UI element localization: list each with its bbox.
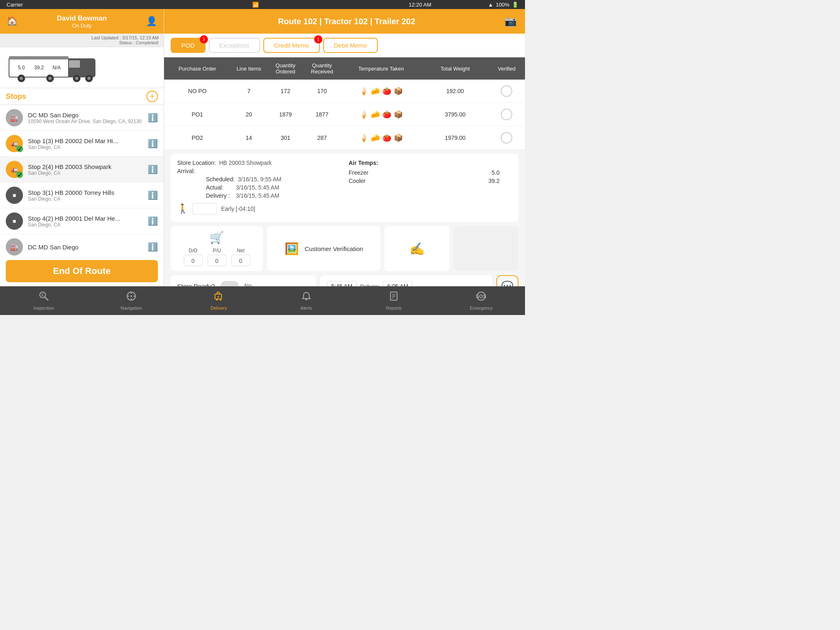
- last-updated: Last Updated : 3/17/15, 12:19 AM: [5, 35, 159, 40]
- nav-item-inspection[interactable]: Inspection: [0, 286, 87, 315]
- verified-cell[interactable]: [488, 103, 525, 126]
- ice-cream-icon: 🍦: [359, 110, 368, 119]
- temp-icons-cell: 🍦 🧀 🍅 📦: [340, 128, 422, 148]
- user-icon[interactable]: 👤: [146, 16, 157, 27]
- end-route-button[interactable]: End Of Route: [6, 260, 158, 282]
- svg-line-16: [45, 297, 48, 300]
- table-row: PO1 20 1879 1877 🍦 🧀 🍅 📦 3795.00: [164, 103, 525, 126]
- net-field: Net 0: [231, 248, 250, 266]
- ice-cream-icon: 🍦: [359, 133, 368, 142]
- reports-label: Reports: [386, 306, 402, 310]
- th-qty-received: Quantity Received: [304, 57, 340, 80]
- total-weight-cell: 192.00: [422, 82, 488, 100]
- stops-list: 🏭 DC MD San Diego 10590 West Ocean Air D…: [0, 105, 164, 256]
- store-ready-toggle[interactable]: [221, 281, 239, 286]
- tab-exceptions[interactable]: Exceptions: [209, 38, 260, 53]
- list-item[interactable]: 🚛 ✓ Stop 2(4) HB 20003 Showpark San Dieg…: [0, 157, 164, 183]
- status-bar: Carrier 📶 12:20 AM ▲ 100% 🔋: [0, 0, 525, 9]
- list-item[interactable]: ■ Stop 3(1) HB 20000 Torrey Hills San Di…: [0, 183, 164, 208]
- early-text: Early [-04:10]: [221, 205, 255, 212]
- camera-icon[interactable]: 📷: [504, 16, 517, 27]
- verify-checkbox[interactable]: [501, 109, 512, 120]
- svg-point-17: [41, 294, 43, 295]
- tab-debit-memo[interactable]: Debit Memo: [323, 38, 378, 53]
- tab-pod[interactable]: POD 3: [171, 38, 205, 53]
- navigation-label: Navigation: [121, 306, 142, 310]
- purchase-order-cell: NO PO: [164, 82, 231, 100]
- empty-card: [454, 226, 518, 271]
- store-left: Store Location: HB 20003 Showpark Arriva…: [177, 160, 340, 216]
- times-card: 5:45 AM Delivery 6:05 AM Odometer 0: [320, 275, 492, 286]
- add-stop-button[interactable]: +: [146, 91, 158, 102]
- do-value[interactable]: 0: [184, 255, 203, 266]
- delivery-card: 🛒 D/O 0 P/U 0 Net 0: [171, 226, 263, 271]
- store-ready-value: No: [244, 283, 252, 286]
- table-header: Purchase Order Line Items Quantity Order…: [164, 57, 525, 80]
- stop-icon: 🏭: [6, 238, 23, 256]
- line-items-cell: 7: [231, 82, 267, 100]
- store-location-row: Store Location: HB 20003 Showpark: [177, 160, 340, 166]
- user-info: David Bowman On Duty: [57, 14, 107, 29]
- stop-icon: ■: [6, 212, 23, 230]
- verify-checkbox[interactable]: [501, 85, 512, 97]
- net-value[interactable]: 0: [231, 255, 250, 266]
- nav-item-alerts[interactable]: Alerts: [262, 286, 350, 315]
- store-ready-card: Store Ready? No: [171, 275, 316, 286]
- signature-icon: ✍️: [409, 242, 425, 256]
- store-info-section: Store Location: HB 20003 Showpark Arriva…: [171, 154, 518, 222]
- nav-item-emergency[interactable]: SOS Emergency: [438, 286, 525, 315]
- home-icon[interactable]: 🏠: [7, 16, 18, 27]
- tomato-icon: 🍅: [382, 87, 391, 96]
- end-time[interactable]: 6:05 AM: [383, 281, 413, 286]
- user-status: On Duty: [57, 23, 107, 29]
- action-buttons: 💬 ☁️: [496, 275, 518, 286]
- alerts-icon: [301, 291, 312, 304]
- customer-verification-card[interactable]: 🖼️ Customer Verification: [267, 226, 380, 271]
- list-item[interactable]: 🏭 DC MD San Diego ℹ️: [0, 234, 164, 256]
- info-button[interactable]: ℹ️: [148, 113, 158, 123]
- temp-icons-cell: 🍦 🧀 🍅 📦: [340, 104, 422, 125]
- stop-info: DC MD San Diego: [28, 244, 143, 251]
- delivery-cart-icon: 🛒: [210, 231, 224, 244]
- do-pu-net: D/O 0 P/U 0 Net 0: [184, 248, 250, 266]
- alerts-label: Alerts: [301, 306, 312, 310]
- box-icon: 📦: [394, 87, 403, 96]
- line-items-cell: 14: [231, 129, 267, 147]
- bottom-navigation: Inspection Navigation De: [0, 286, 525, 315]
- early-input-box[interactable]: [192, 203, 217, 215]
- info-button[interactable]: ℹ️: [148, 139, 158, 148]
- delivery-label: Delivery: [360, 283, 379, 287]
- scheduled-row: Scheduled: 3/16/15, 9:55 AM: [206, 176, 340, 183]
- verified-cell[interactable]: [488, 126, 525, 149]
- svg-point-27: [220, 299, 221, 301]
- tomato-icon: 🍅: [382, 133, 391, 142]
- list-item[interactable]: 🏭 DC MD San Diego 10590 West Ocean Air D…: [0, 105, 164, 131]
- cheese-icon: 🧀: [371, 110, 380, 119]
- svg-point-9: [75, 77, 78, 80]
- check-overlay: ✓: [16, 146, 23, 152]
- info-button[interactable]: ℹ️: [148, 190, 158, 200]
- nav-item-delivery[interactable]: Delivery: [175, 286, 262, 315]
- info-button[interactable]: ℹ️: [148, 164, 158, 174]
- signature-card[interactable]: ✍️: [384, 226, 449, 271]
- info-button[interactable]: ℹ️: [148, 242, 158, 252]
- svg-text:39.2: 39.2: [34, 65, 44, 71]
- inspection-icon: [39, 291, 49, 304]
- nav-item-reports[interactable]: Reports: [350, 286, 437, 315]
- verify-checkbox[interactable]: [501, 132, 512, 144]
- store-ready-label: Store Ready?: [177, 283, 215, 287]
- start-time[interactable]: 5:45 AM: [327, 281, 357, 286]
- detail-area: Store Location: HB 20003 Showpark Arriva…: [164, 150, 525, 286]
- verified-cell[interactable]: [488, 80, 525, 103]
- pu-value[interactable]: 0: [208, 255, 226, 266]
- store-ready-row: Store Ready? No: [177, 281, 310, 286]
- purchase-order-cell: PO1: [164, 105, 231, 123]
- inspection-label: Inspection: [34, 306, 54, 310]
- comment-button[interactable]: 💬: [496, 275, 518, 286]
- info-button[interactable]: ℹ️: [148, 216, 158, 226]
- stops-header: Stops +: [0, 88, 164, 105]
- nav-item-navigation[interactable]: Navigation: [87, 286, 175, 315]
- tab-credit-memo[interactable]: Credit Memo 1: [263, 38, 320, 53]
- list-item[interactable]: 🚛 ✓ Stop 1(3) HB 20002 Del Mar Hi... San…: [0, 131, 164, 157]
- list-item[interactable]: ■ Stop 4(2) HB 20001 Del Mar He... San D…: [0, 208, 164, 234]
